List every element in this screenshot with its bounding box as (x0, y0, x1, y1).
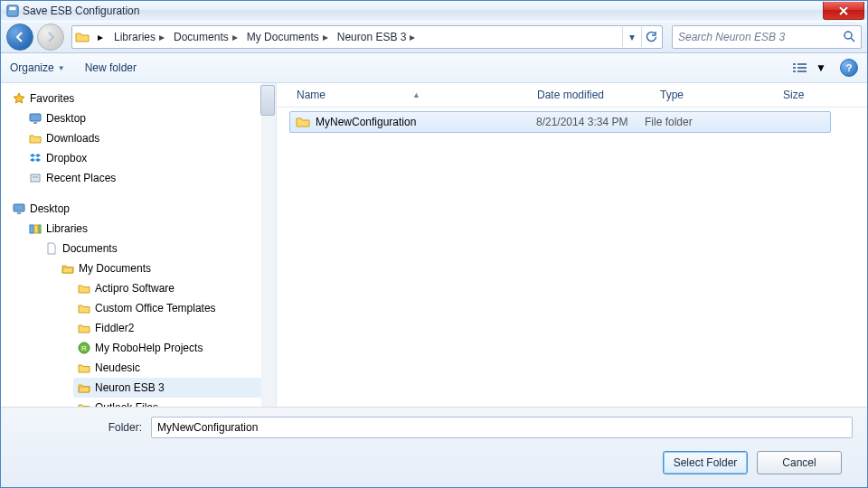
titlebar: Save ESB Configuration (1, 1, 867, 21)
svg-rect-15 (17, 212, 21, 214)
column-name[interactable]: Name▲ (289, 89, 530, 101)
folder-icon (77, 400, 91, 407)
svg-text:R: R (81, 344, 87, 352)
file-type: File folder (645, 116, 753, 128)
tree-item-documents[interactable]: Documents (41, 239, 274, 258)
svg-rect-1 (10, 7, 16, 11)
search-input[interactable]: Search Neuron ESB 3 (672, 25, 862, 49)
refresh-button[interactable] (641, 27, 660, 47)
new-folder-button[interactable]: New folder (85, 61, 137, 74)
app-icon (6, 5, 19, 17)
window-title: Save ESB Configuration (23, 5, 139, 17)
address-dropdown[interactable]: ▾ (622, 27, 641, 47)
tree-item-libraries[interactable]: Libraries (24, 219, 274, 239)
file-list-pane: Name▲ Date modified Type Size MyNewConfi… (277, 83, 867, 407)
navigation-tree[interactable]: Favorites Desktop Downloads Dropbox Rece… (1, 83, 277, 407)
desktop-icon (28, 111, 42, 126)
help-button[interactable]: ? (840, 59, 858, 77)
column-date[interactable]: Date modified (530, 89, 653, 101)
star-icon (12, 91, 26, 106)
file-name: MyNewConfiguration (316, 116, 536, 128)
desktop-icon (12, 202, 26, 216)
forward-button[interactable] (37, 23, 64, 51)
tree-scrollbar[interactable] (261, 83, 276, 407)
column-headers[interactable]: Name▲ Date modified Type Size (277, 83, 867, 108)
tree-item-folder[interactable]: Fiddler2 (73, 318, 274, 338)
svg-rect-7 (797, 67, 807, 69)
cancel-button[interactable]: Cancel (757, 451, 842, 474)
svg-rect-4 (793, 63, 796, 65)
save-dialog: Save ESB Configuration ▸ Libraries▸ Docu… (0, 0, 868, 488)
breadcrumb[interactable]: Documents▸ (170, 31, 241, 43)
folder-icon (77, 281, 91, 296)
tree-item-dropbox[interactable]: Dropbox (24, 148, 274, 168)
folder-open-icon (77, 380, 91, 395)
breadcrumb[interactable]: Libraries▸ (110, 31, 168, 43)
svg-rect-14 (14, 204, 24, 211)
folder-icon (77, 301, 91, 315)
folder-icon (296, 115, 310, 129)
tree-item-folder[interactable]: Actipro Software (73, 278, 274, 298)
tree-item-recent[interactable]: Recent Places (24, 168, 274, 188)
column-type[interactable]: Type (653, 89, 776, 101)
organize-button[interactable]: Organize▼ (10, 61, 65, 74)
breadcrumb[interactable]: Neuron ESB 3▸ (334, 31, 420, 43)
file-row[interactable]: MyNewConfiguration 8/21/2014 3:34 PM Fil… (289, 111, 831, 133)
favorites-header[interactable]: Favorites (8, 89, 274, 108)
folder-icon (28, 131, 42, 145)
svg-rect-11 (33, 122, 37, 124)
folder-label: Folder: (15, 421, 142, 434)
tree-item-my-documents[interactable]: My Documents (57, 258, 274, 278)
svg-rect-16 (30, 225, 33, 233)
list-view-icon (792, 61, 812, 74)
dropbox-icon (28, 151, 42, 165)
tree-item-folder[interactable]: RMy RoboHelp Projects (73, 338, 274, 358)
close-button[interactable] (823, 2, 864, 20)
svg-rect-10 (30, 114, 41, 121)
tree-item-neuron-esb[interactable]: Neuron ESB 3 (73, 378, 274, 398)
svg-rect-5 (797, 63, 807, 65)
folder-icon (74, 29, 90, 45)
folder-icon (77, 361, 91, 375)
svg-rect-9 (797, 70, 807, 72)
select-folder-button[interactable]: Select Folder (663, 451, 748, 474)
chevron-right-icon: ▸ (410, 31, 415, 43)
address-bar[interactable]: ▸ Libraries▸ Documents▸ My Documents▸ Ne… (71, 25, 663, 49)
svg-rect-17 (34, 225, 38, 233)
nav-bar: ▸ Libraries▸ Documents▸ My Documents▸ Ne… (1, 21, 867, 53)
svg-rect-18 (39, 225, 41, 233)
tree-item-downloads[interactable]: Downloads (24, 128, 274, 148)
breadcrumb[interactable]: My Documents▸ (243, 31, 332, 43)
back-button[interactable] (6, 23, 33, 51)
view-options-button[interactable]: ▼ (788, 59, 831, 77)
dialog-footer: Folder: Select Folder Cancel (1, 407, 867, 487)
svg-point-2 (844, 32, 852, 39)
folder-input[interactable] (151, 417, 853, 438)
sort-asc-icon: ▲ (412, 90, 420, 99)
search-placeholder: Search Neuron ESB 3 (678, 31, 785, 43)
recent-icon (28, 171, 42, 185)
chevron-right-icon: ▸ (159, 31, 165, 43)
folder-icon (77, 321, 91, 335)
robohelp-icon: R (77, 341, 91, 355)
folder-open-icon (61, 261, 75, 276)
column-size[interactable]: Size (776, 89, 863, 101)
tree-item-folder[interactable]: Neudesic (73, 358, 274, 378)
svg-line-3 (851, 38, 854, 42)
tree-item-desktop-root[interactable]: Desktop (8, 199, 274, 219)
tree-item-folder[interactable]: Outlook Files (73, 398, 274, 407)
svg-rect-8 (793, 70, 796, 72)
scrollbar-thumb[interactable] (260, 85, 275, 116)
search-icon (843, 30, 855, 45)
document-icon (44, 241, 59, 256)
tree-item-desktop[interactable]: Desktop (24, 108, 274, 128)
chevron-right-icon: ▸ (232, 31, 238, 43)
svg-rect-6 (793, 67, 796, 69)
chevron-right-icon: ▸ (92, 29, 108, 45)
svg-rect-12 (31, 174, 40, 182)
toolbar: Organize▼ New folder ▼ ? (1, 53, 867, 83)
tree-item-folder[interactable]: Custom Office Templates (73, 298, 274, 318)
libraries-icon (28, 221, 42, 236)
chevron-right-icon: ▸ (323, 31, 328, 43)
dialog-body: Favorites Desktop Downloads Dropbox Rece… (1, 83, 867, 407)
